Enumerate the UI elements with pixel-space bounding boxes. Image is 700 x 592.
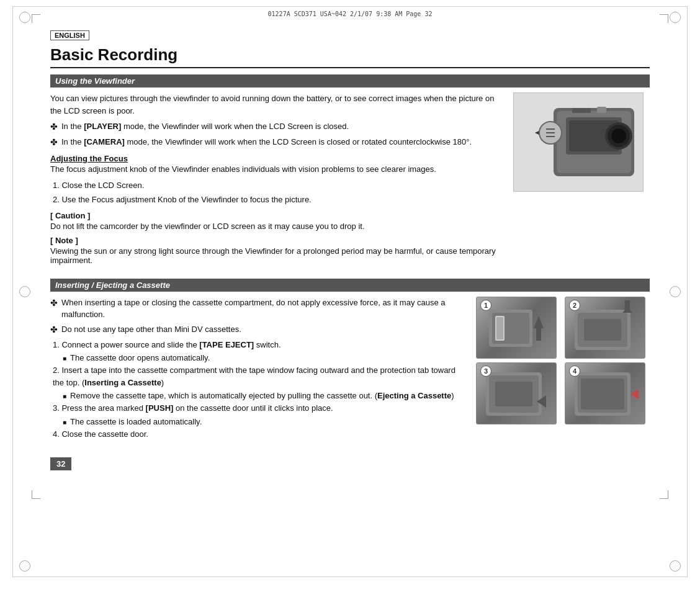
cassette-content-row: ✤ When inserting a tape or closing the c…	[50, 297, 650, 443]
viewfinder-bullet1: ✤ In the [PLAYER] mode, the Viewfinder w…	[50, 120, 503, 133]
page-number-wrap: 32	[50, 451, 650, 470]
content-area: ENGLISH Basic Recording Using the Viewfi…	[13, 24, 687, 489]
cassette-bullet1-text: When inserting a tape or closing the cas…	[61, 297, 466, 321]
crop-mark-bl	[32, 490, 40, 499]
svg-rect-27	[495, 382, 532, 406]
english-badge-wrap: ENGLISH	[50, 30, 650, 43]
svg-rect-22	[584, 319, 621, 341]
reg-mark-bottom-left	[19, 560, 30, 572]
caution-body: Do not lift the camcorder by the viewfin…	[50, 222, 503, 231]
cassette-step4: 4. Close the cassette door.	[53, 428, 466, 441]
adjust-focus-body: The focus adjustment knob of the Viewfin…	[50, 163, 503, 176]
note-block: [ Note ] Viewing the sun or any strong l…	[50, 236, 503, 265]
cassette-bullet1: ✤ When inserting a tape or closing the c…	[50, 297, 466, 321]
bottom-crop-area	[13, 489, 687, 506]
adjust-focus-step2: 2. Use the Focus adjustment Knob of the …	[53, 194, 503, 206]
section-viewfinder-header: Using the Viewfinder	[50, 74, 650, 87]
top-crop-area: 01227A SCD371 USA~042 2/1/07 9:38 AM Pag…	[13, 7, 687, 24]
page-border: 01227A SCD371 USA~042 2/1/07 9:38 AM Pag…	[12, 6, 688, 577]
cassette-image-1: 1	[476, 297, 557, 359]
svg-rect-17	[496, 317, 503, 339]
svg-marker-32	[630, 389, 639, 399]
cassette-bullet2: ✤ Do not use any tape other than Mini DV…	[50, 323, 466, 336]
caution-block: [ Caution ] Do not lift the camcorder by…	[50, 211, 503, 231]
player-bold: [PLAYER]	[84, 122, 121, 131]
adjust-focus-section: Adjusting the Focus The focus adjustment…	[50, 154, 503, 206]
cassette-step3-sub-text: The cassette is loaded automatically.	[70, 417, 202, 426]
cassette-image-3: 3	[476, 362, 557, 424]
section-cassette: Inserting / Ejecting a Cassette ✤ When i…	[50, 279, 650, 443]
square-bullet-1: ■	[63, 355, 66, 362]
crop-mark-tl	[32, 14, 40, 23]
page-number: 32	[50, 457, 71, 470]
push-bold: [PUSH]	[146, 403, 174, 413]
svg-marker-18	[534, 316, 544, 328]
svg-rect-13	[597, 107, 606, 113]
header-print-info: 01227A SCD371 USA~042 2/1/07 9:38 AM Pag…	[13, 7, 687, 17]
page-title: Basic Recording	[50, 45, 650, 68]
cassette-step2-sub: ■ Remove the cassette tape, which is aut…	[63, 391, 466, 400]
crop-mark-tr	[660, 14, 668, 23]
cassette-image-2: 2	[565, 297, 645, 359]
step-num-3: 3	[480, 366, 491, 377]
section-viewfinder: Using the Viewfinder You can view pictur…	[50, 74, 650, 270]
cassette-text-col: ✤ When inserting a tape or closing the c…	[50, 297, 466, 443]
note-body: Viewing the sun or any strong light sour…	[50, 246, 503, 265]
cassette-step3: 3. Press the area marked [PUSH] on the c…	[53, 402, 466, 415]
cassette-img-inner-4: 4	[565, 363, 645, 424]
svg-rect-12	[572, 108, 591, 113]
bullet-cross-icon-4: ✤	[50, 323, 58, 336]
ejecting-bold: Ejecting a Cassette	[377, 391, 451, 400]
svg-rect-19	[536, 328, 541, 341]
cassette-img-inner-3: 3	[477, 363, 556, 424]
note-title: [ Note ]	[50, 236, 503, 245]
reg-mark-bottom-right	[670, 560, 681, 572]
cassette-step2: 2. Insert a tape into the cassette compa…	[53, 364, 466, 388]
cassette-images-grid: 1	[476, 297, 650, 424]
viewfinder-camera-image	[513, 92, 644, 192]
cassette-image-4: 4	[565, 362, 645, 424]
adjust-focus-title: Adjusting the Focus	[50, 154, 503, 163]
viewfinder-bullet2: ✤ In the [CAMERA] mode, the Viewfinder w…	[50, 136, 503, 149]
inserting-bold: Inserting a Cassette	[84, 378, 161, 387]
caution-title: [ Caution ]	[50, 211, 503, 220]
cassette-step1-sub: ■ The cassette door opens automatically.	[63, 353, 466, 362]
adjust-focus-step1: 1. Close the LCD Screen.	[53, 179, 503, 192]
cassette-step1-sub-text: The cassette door opens automatically.	[70, 353, 210, 362]
reg-mark-mid-left	[19, 286, 30, 297]
cassette-img-inner-2: 2	[565, 297, 645, 358]
cassette-step2-sub-text: Remove the cassette tape, which is autom…	[70, 391, 454, 400]
camera-svg	[516, 96, 640, 189]
viewfinder-content-row: You can view pictures through the viewfi…	[50, 92, 650, 270]
step-num-2: 2	[569, 300, 580, 311]
cassette-bullet2-text: Do not use any tape other than Mini DV c…	[61, 323, 241, 336]
svg-rect-31	[581, 379, 624, 410]
bullet-cross-icon-1: ✤	[50, 120, 58, 133]
viewfinder-bullet2-text: In the [CAMERA] mode, the Viewfinder wil…	[61, 136, 472, 148]
tape-eject-bold: [TAPE EJECT]	[199, 340, 254, 349]
reg-mark-mid-right	[670, 286, 681, 297]
viewfinder-intro: You can view pictures through the viewfi…	[50, 92, 503, 117]
step-num-1: 1	[480, 300, 491, 311]
step-num-4: 4	[569, 366, 580, 377]
bullet-cross-icon-2: ✤	[50, 136, 58, 149]
viewfinder-bullet1-text: In the [PLAYER] mode, the Viewfinder wil…	[61, 120, 349, 133]
svg-point-6	[611, 128, 626, 143]
cassette-img-inner-1: 1	[477, 297, 556, 358]
viewfinder-text-col: You can view pictures through the viewfi…	[50, 92, 503, 270]
english-badge: ENGLISH	[50, 30, 89, 40]
section-cassette-header: Inserting / Ejecting a Cassette	[50, 279, 650, 292]
square-bullet-2: ■	[63, 393, 66, 400]
camera-bold: [CAMERA]	[84, 137, 125, 146]
bullet-cross-icon-3: ✤	[50, 297, 58, 310]
viewfinder-image-col	[513, 92, 650, 192]
cassette-step3-sub: ■ The cassette is loaded automatically.	[63, 417, 466, 426]
cassette-step1: 1. Connect a power source and slide the …	[53, 339, 466, 351]
crop-mark-br	[660, 490, 668, 499]
square-bullet-3: ■	[63, 419, 66, 426]
svg-rect-24	[625, 300, 630, 313]
